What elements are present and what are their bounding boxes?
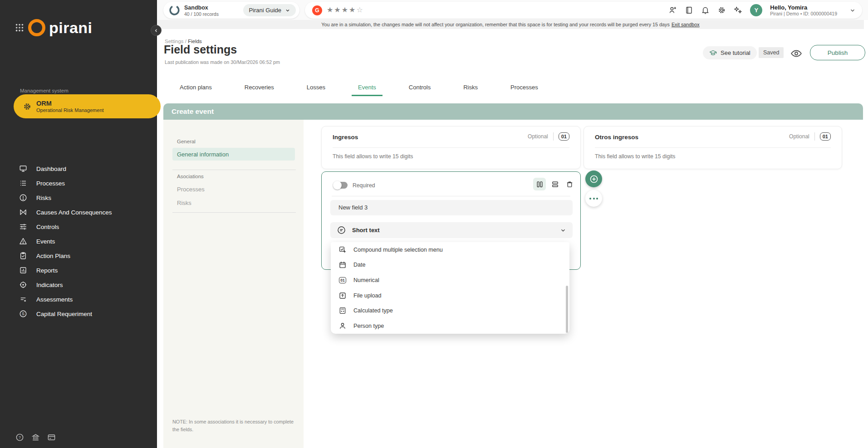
section-item-processes[interactable]: Processes — [177, 186, 205, 193]
sidebar-item-dashboard[interactable]: Dashboard — [0, 161, 157, 176]
menu-item-date[interactable]: Date — [331, 258, 569, 273]
required-label: Required — [353, 182, 375, 189]
topbar-actions: Y Hello, Yomira Pirani | Demo • ID: 0000… — [668, 2, 856, 19]
field-title: Ingresos — [333, 134, 358, 141]
field-description: This field allows to write 15 digits — [333, 153, 413, 160]
sidebar-item-causes-consequences[interactable]: Causes And Consequences — [0, 205, 157, 219]
dashboard-icon — [19, 165, 27, 173]
field-type-value: Short text — [352, 227, 380, 234]
section-item-general-information[interactable]: General information — [172, 148, 295, 161]
saved-status-badge: Saved — [759, 47, 784, 58]
sidebar-item-risks[interactable]: Risks — [0, 190, 157, 205]
sidebar-item-assessments[interactable]: Assessments — [0, 292, 157, 307]
module-abbr: ORM — [36, 100, 104, 107]
rating-stars[interactable]: ★★★★☆ — [327, 5, 364, 14]
see-tutorial-button[interactable]: See tutorial — [703, 46, 757, 59]
sandbox-progress-icon — [169, 5, 180, 16]
file-upload-icon — [338, 292, 347, 300]
risks-icon — [19, 194, 27, 202]
sidebar-item-capital-requeriment[interactable]: S Capital Requeriment — [0, 307, 157, 321]
menu-item-calculated-type[interactable]: Calculated type — [331, 303, 569, 318]
tab-risks[interactable]: Risks — [457, 80, 484, 96]
apps-grid-icon[interactable] — [15, 23, 25, 33]
menu-scrollbar[interactable] — [566, 286, 568, 333]
sandbox-card: Sandbox 40 / 100 records Pirani Guide — [163, 2, 299, 19]
card-icon[interactable] — [47, 433, 56, 442]
add-field-button[interactable] — [585, 170, 602, 187]
tab-bar: Action plans Recoveries Losses Events Co… — [163, 80, 554, 96]
group-general-label: General — [177, 139, 196, 144]
sparkles-icon[interactable] — [734, 6, 742, 15]
user-meta: Pirani | Demo • ID: 0000000419 — [770, 11, 837, 17]
person-icon — [338, 322, 347, 330]
section-item-risks[interactable]: Risks — [177, 200, 191, 206]
divider — [595, 147, 831, 148]
module-selector-orm[interactable]: ORM Operational Risk Management — [14, 94, 161, 118]
divider — [333, 147, 569, 148]
tab-losses[interactable]: Losses — [300, 80, 332, 96]
sidebar-footer: ? — [15, 433, 56, 442]
tab-action-plans[interactable]: Action plans — [173, 80, 218, 96]
field-card-otros-ingresos[interactable]: Otros ingresos Optional 01 This field al… — [584, 126, 842, 169]
create-event-band: Create event — [163, 103, 863, 120]
add-user-icon[interactable] — [668, 6, 677, 15]
bar-chart-icon — [19, 266, 27, 274]
field-meta: Optional 01 — [789, 132, 831, 141]
avatar[interactable]: Y — [750, 4, 762, 16]
sidebar-item-events[interactable]: Events — [0, 234, 157, 248]
user-info: Hello, Yomira Pirani | Demo • ID: 000000… — [770, 4, 837, 17]
publish-button[interactable]: Publish — [810, 45, 865, 60]
pirani-guide-dropdown[interactable]: Pirani Guide — [243, 4, 296, 16]
field-name-input[interactable]: New field 3 — [330, 200, 573, 215]
layout-columns-button[interactable] — [533, 178, 546, 190]
sidebar-item-processes[interactable]: Processes — [0, 176, 157, 190]
tab-recoveries[interactable]: Recoveries — [238, 80, 280, 96]
field-card-ingresos[interactable]: Ingresos Optional 01 This field allows t… — [321, 126, 581, 169]
simulation-banner-text: You are in a simulation, the changes mad… — [321, 22, 670, 27]
numeric-type-badge: 01 — [820, 132, 831, 141]
help-icon[interactable]: ? — [15, 433, 24, 442]
menu-item-person-type[interactable]: Person type — [331, 318, 569, 334]
preview-eye-icon[interactable] — [790, 48, 802, 59]
sidebar-item-controls[interactable]: Controls — [0, 219, 157, 234]
short-text-icon — [337, 225, 346, 235]
menu-item-file-upload[interactable]: File upload — [331, 288, 569, 303]
chevron-down-icon[interactable] — [849, 7, 856, 14]
numerical-icon: 01 — [338, 276, 347, 284]
sidebar-collapse-button[interactable] — [151, 25, 162, 36]
field-title: Otros ingresos — [595, 134, 638, 141]
optional-label: Optional — [528, 133, 548, 140]
menu-item-numerical[interactable]: 01 Numerical — [331, 273, 569, 288]
layout-rows-button[interactable] — [549, 178, 561, 190]
sidebar-item-indicators[interactable]: Indicators — [0, 278, 157, 292]
menu-item-compound-multiple-selection[interactable]: Compound multiple selection menu — [331, 242, 569, 258]
delete-field-button[interactable] — [563, 178, 576, 190]
more-options-button[interactable] — [585, 190, 602, 207]
gear-icon[interactable] — [717, 6, 726, 15]
management-system-label: Management system — [20, 88, 69, 93]
bell-icon[interactable] — [701, 6, 710, 15]
dot — [589, 198, 591, 200]
checklist-x-icon — [19, 295, 27, 303]
main-area: Sandbox 40 / 100 records Pirani Guide G … — [157, 0, 868, 448]
tab-processes[interactable]: Processes — [504, 80, 544, 96]
gear-icon — [23, 102, 32, 111]
topbar-right-card: G ★★★★☆ Y Hello, Yomira Pirani | Demo • … — [305, 2, 862, 19]
bank-icon[interactable] — [31, 433, 40, 442]
field-type-select[interactable]: Short text — [330, 222, 573, 238]
svg-text:S: S — [22, 312, 25, 316]
pirani-logo-icon — [28, 19, 45, 36]
tab-events[interactable]: Events — [352, 80, 383, 96]
chevron-down-icon — [560, 227, 566, 234]
divider — [553, 132, 554, 141]
sidebar-item-reports[interactable]: Reports — [0, 263, 157, 278]
exit-sandbox-link[interactable]: Exit sandbox — [672, 22, 700, 27]
library-icon[interactable] — [685, 6, 693, 15]
user-greeting: Hello, Yomira — [770, 4, 837, 11]
crosshair-icon — [19, 281, 27, 289]
last-publication-text: Last publication was made on 30/Mar/2026… — [165, 59, 280, 65]
sidebar-nav: Dashboard Processes Risks Causes And Con… — [0, 161, 157, 321]
tab-controls[interactable]: Controls — [402, 80, 437, 96]
sidebar-item-action-plans[interactable]: Action Plans — [0, 248, 157, 263]
required-toggle[interactable] — [334, 182, 348, 189]
